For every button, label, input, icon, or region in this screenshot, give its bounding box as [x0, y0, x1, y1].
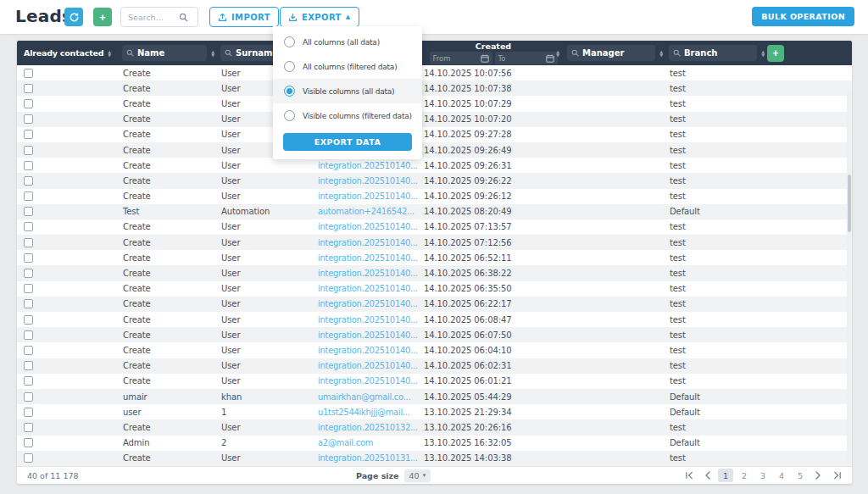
- email-link[interactable]: integration.202510132...: [318, 423, 418, 432]
- cell-name: Admin: [119, 438, 217, 447]
- cell-branch: test: [665, 222, 767, 231]
- sort-icon[interactable]: [556, 50, 559, 57]
- email-link[interactable]: integration.202510140...: [318, 299, 418, 308]
- page-number-button[interactable]: 4: [774, 469, 789, 482]
- row-checkbox[interactable]: [24, 392, 33, 402]
- email-link[interactable]: umairkhan@gmail.co...: [318, 392, 410, 402]
- import-button[interactable]: IMPORT: [209, 7, 279, 27]
- row-checkbox[interactable]: [24, 222, 33, 231]
- row-checkbox[interactable]: [24, 99, 33, 108]
- row-checkbox[interactable]: [24, 315, 33, 325]
- row-checkbox[interactable]: [24, 130, 33, 139]
- sort-icon[interactable]: [211, 50, 214, 57]
- email-link[interactable]: integration.202510140...: [318, 222, 418, 231]
- add-column-button[interactable]: +: [767, 45, 784, 62]
- created-to-label: To: [498, 54, 506, 63]
- cell-surname: Automation: [217, 207, 314, 216]
- row-checkbox[interactable]: [24, 361, 33, 370]
- bulk-operation-button[interactable]: BULK OPERATION: [752, 7, 854, 26]
- row-checkbox[interactable]: [24, 438, 33, 447]
- global-search[interactable]: [120, 7, 198, 27]
- radio-icon[interactable]: [284, 86, 295, 97]
- row-checkbox[interactable]: [24, 284, 33, 293]
- export-option[interactable]: Visible columns (filtered data): [273, 103, 422, 128]
- cell-created: 14.10.2025 10:07:56: [419, 69, 564, 78]
- email-link[interactable]: integration.202510140...: [318, 361, 418, 370]
- export-button[interactable]: EXPORT ▲: [280, 7, 359, 27]
- row-checkbox[interactable]: [24, 84, 33, 93]
- search-icon: [571, 49, 579, 57]
- next-page-button[interactable]: [810, 469, 826, 482]
- scrollbar-thumb[interactable]: [848, 175, 851, 232]
- table-row: Create User integration.202510140... 14.…: [17, 312, 852, 327]
- table-footer: 40 of 11 178 Page size 40 ▾: [17, 466, 852, 484]
- branch-filter-input[interactable]: Branch: [669, 45, 757, 61]
- email-link[interactable]: integration.202510140...: [318, 269, 418, 278]
- radio-icon[interactable]: [284, 36, 295, 47]
- first-page-button[interactable]: [681, 469, 698, 482]
- caret-down-icon: ▾: [423, 472, 426, 479]
- search-input[interactable]: [128, 13, 179, 22]
- email-link[interactable]: integration.202510140...: [318, 191, 418, 201]
- row-checkbox[interactable]: [24, 146, 33, 155]
- row-checkbox[interactable]: [24, 176, 33, 186]
- page-number-button[interactable]: 2: [737, 469, 752, 482]
- row-checkbox[interactable]: [24, 453, 33, 463]
- table-row: Admin 2 a2@mail.com 13.10.2025 16:32:05 …: [17, 436, 852, 451]
- radio-icon[interactable]: [284, 61, 295, 72]
- email-link[interactable]: integration.202510140...: [318, 238, 418, 247]
- cell-surname: khan: [217, 392, 314, 402]
- email-link[interactable]: automation+2416542...: [318, 207, 415, 216]
- page-size-select[interactable]: 40 ▾: [404, 469, 431, 482]
- manager-filter-input[interactable]: Manager: [567, 45, 655, 61]
- email-link[interactable]: integration.202510140...: [318, 315, 418, 325]
- radio-icon[interactable]: [284, 110, 295, 121]
- cell-name: user: [119, 408, 217, 417]
- export-option[interactable]: All columns (filtered data): [273, 54, 422, 79]
- export-data-button[interactable]: EXPORT DATA: [283, 133, 412, 151]
- email-link[interactable]: integration.202510140...: [318, 253, 418, 263]
- row-checkbox[interactable]: [24, 376, 33, 386]
- last-page-button[interactable]: [828, 469, 845, 482]
- email-link[interactable]: integration.202510140...: [318, 330, 418, 340]
- cell-already-contacted: [17, 330, 119, 340]
- row-checkbox[interactable]: [24, 269, 33, 278]
- row-checkbox[interactable]: [24, 346, 33, 355]
- email-link[interactable]: integration.202510140...: [318, 346, 418, 355]
- row-checkbox[interactable]: [24, 114, 33, 124]
- sort-icon[interactable]: [659, 50, 663, 57]
- row-checkbox[interactable]: [24, 423, 33, 432]
- created-from-input[interactable]: From: [430, 52, 492, 64]
- add-lead-button[interactable]: +: [93, 8, 112, 26]
- row-checkbox[interactable]: [24, 191, 33, 201]
- previous-page-button[interactable]: [699, 469, 716, 482]
- refresh-button[interactable]: [64, 8, 83, 26]
- vertical-scrollbar[interactable]: [847, 90, 852, 466]
- row-checkbox[interactable]: [24, 69, 33, 78]
- page-number-button[interactable]: 3: [755, 469, 771, 482]
- row-checkbox[interactable]: [24, 161, 33, 170]
- export-option[interactable]: Visible columns (all data): [273, 79, 422, 103]
- email-link[interactable]: a2@mail.com: [318, 438, 373, 447]
- row-checkbox[interactable]: [24, 253, 33, 263]
- export-option[interactable]: All columns (all data): [273, 30, 422, 54]
- page-number-button[interactable]: 5: [793, 469, 808, 482]
- sort-icon[interactable]: [761, 50, 765, 57]
- created-to-input[interactable]: To: [495, 52, 558, 64]
- page-number-button[interactable]: 1: [718, 469, 733, 482]
- row-checkbox[interactable]: [24, 207, 33, 216]
- cell-already-contacted: [17, 453, 119, 463]
- row-checkbox[interactable]: [24, 330, 33, 340]
- email-link[interactable]: u1tst2544ikhjjj@mail...: [318, 408, 410, 417]
- email-link[interactable]: integration.202510140...: [318, 176, 418, 186]
- email-link[interactable]: integration.202510131...: [318, 453, 418, 463]
- email-link[interactable]: integration.202510140...: [318, 376, 418, 386]
- row-checkbox[interactable]: [24, 408, 33, 417]
- sort-icon[interactable]: [108, 50, 111, 57]
- cell-branch: test: [665, 330, 767, 340]
- row-checkbox[interactable]: [24, 238, 33, 247]
- email-link[interactable]: integration.202510140...: [318, 284, 418, 293]
- email-link[interactable]: integration.202510140...: [318, 161, 418, 170]
- row-checkbox[interactable]: [24, 299, 33, 308]
- name-filter-input[interactable]: Name: [122, 45, 207, 61]
